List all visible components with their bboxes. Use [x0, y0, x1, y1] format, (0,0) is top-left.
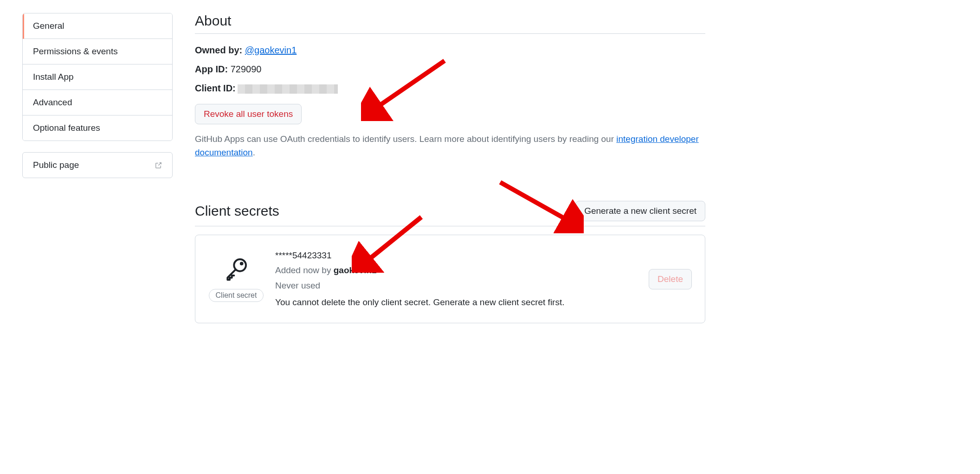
main-content: About Owned by: @gaokevin1 App ID: 72909… [195, 13, 705, 323]
client-secrets-heading: Client secrets [195, 203, 279, 219]
settings-sidebar: General Permissions & events Install App… [22, 13, 173, 323]
revoke-tokens-button[interactable]: Revoke all user tokens [195, 104, 302, 124]
about-heading: About [195, 13, 705, 34]
sidebar-item-label: General [33, 21, 64, 31]
sidebar-item-label: Advanced [33, 97, 72, 107]
owned-by-row: Owned by: @gaokevin1 [195, 45, 705, 56]
svg-point-1 [241, 263, 243, 265]
secret-used-status: Never used [275, 278, 638, 293]
secret-delete-note: You cannot delete the only client secret… [275, 295, 638, 310]
secret-details: *****54423331 Added now by gaokevin1 Nev… [275, 248, 638, 310]
sidebar-item-permissions-events[interactable]: Permissions & events [23, 39, 172, 64]
sidebar-item-optional-features[interactable]: Optional features [23, 115, 172, 141]
sidebar-nav: General Permissions & events Install App… [22, 13, 173, 141]
app-id-label: App ID: [195, 64, 231, 74]
delete-secret-button[interactable]: Delete [649, 269, 692, 289]
owned-by-label: Owned by: [195, 45, 245, 55]
owner-link[interactable]: @gaokevin1 [245, 45, 297, 55]
external-link-icon [155, 161, 162, 169]
client-secret-pill: Client secret [209, 289, 264, 302]
secret-added-by: Added now by gaokevin1 [275, 263, 638, 278]
key-icon [223, 256, 249, 283]
secret-icon-column: Client secret [208, 256, 264, 302]
public-page-link[interactable]: Public page [22, 152, 173, 178]
sidebar-item-label: Permissions & events [33, 46, 118, 56]
sidebar-item-label: Install App [33, 72, 74, 82]
client-secrets-header: Client secrets Generate a new client sec… [195, 201, 705, 226]
client-id-redacted [238, 84, 338, 94]
app-id-row: App ID: 729090 [195, 64, 705, 75]
secret-masked-value: *****54423331 [275, 248, 638, 263]
client-secret-card: Client secret *****54423331 Added now by… [195, 235, 705, 323]
sidebar-item-install-app[interactable]: Install App [23, 64, 172, 90]
oauth-help-text: GitHub Apps can use OAuth credentials to… [195, 133, 705, 159]
generate-client-secret-button[interactable]: Generate a new client secret [575, 201, 705, 221]
sidebar-item-advanced[interactable]: Advanced [23, 90, 172, 115]
client-id-row: Client ID: [195, 83, 705, 94]
public-page-label: Public page [33, 160, 79, 170]
sidebar-item-label: Optional features [33, 123, 100, 133]
app-id-value: 729090 [231, 64, 262, 74]
client-id-label: Client ID: [195, 83, 236, 93]
sidebar-item-general[interactable]: General [23, 13, 172, 39]
